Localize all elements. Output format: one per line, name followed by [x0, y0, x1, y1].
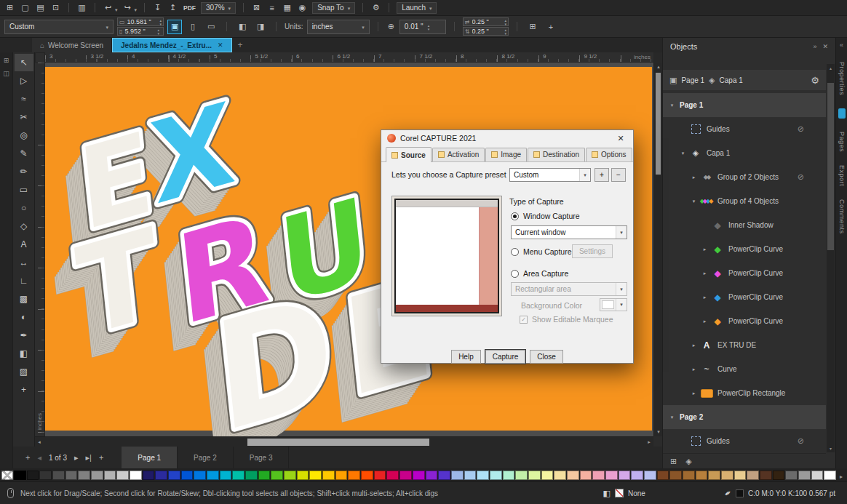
color-swatch[interactable]	[232, 471, 244, 480]
show-grid-icon[interactable]: ▦	[280, 1, 294, 14]
launch-combo[interactable]: Launch	[397, 2, 437, 14]
color-swatch[interactable]	[734, 471, 747, 480]
options-gear-icon[interactable]: ⚙	[369, 1, 383, 14]
expander-icon[interactable]: ▸	[689, 391, 699, 396]
document-tab-active[interactable]: Jedalns Mendez_-_Extru...✕	[112, 38, 232, 52]
expander-icon[interactable]: ▸	[689, 175, 699, 180]
docker-tab-comments[interactable]: Comments	[838, 199, 846, 234]
expander-icon[interactable]: ▸	[700, 295, 709, 300]
color-swatch[interactable]	[773, 471, 785, 480]
previous-page-icon[interactable]: ◂	[33, 453, 45, 463]
color-swatch[interactable]	[605, 471, 618, 480]
eye-off-icon[interactable]: ⊘	[798, 172, 804, 182]
page-tab[interactable]: Page 3	[234, 447, 290, 468]
smart-fill-tool[interactable]: ▨	[15, 363, 33, 380]
rectangle-tool[interactable]: ▭	[15, 181, 33, 199]
objects-row-text[interactable]: ▸AEX TRU DE	[663, 333, 826, 357]
color-swatch[interactable]	[297, 471, 309, 480]
app-menu-icon[interactable]: ⊞	[3, 1, 17, 14]
color-swatch[interactable]	[747, 471, 759, 480]
window-capture-radio[interactable]: Window Capture	[511, 212, 580, 220]
scroll-left-icon[interactable]: ◂	[35, 437, 44, 447]
expander-icon[interactable]: ▸	[689, 343, 699, 348]
horizontal-ruler[interactable]: inches 33 1/244 1/255 1/266 1/277 1/288 …	[45, 52, 653, 63]
color-swatch[interactable]	[567, 471, 579, 480]
crop-tool[interactable]: ✂	[15, 108, 33, 126]
color-swatch[interactable]	[528, 471, 541, 480]
polygon-tool[interactable]: ◇	[15, 217, 33, 235]
objects-row-clip[interactable]: ▸◆PowerClip Curve	[663, 309, 826, 333]
color-swatch[interactable]	[27, 471, 39, 480]
interactive-fill-tool[interactable]: ◧	[15, 345, 33, 362]
page-height-field[interactable]: ▯ 5.952 "	[117, 27, 164, 36]
color-swatch[interactable]	[669, 471, 682, 480]
document-tab[interactable]: ⌂Welcome Screen	[32, 38, 112, 52]
close-icon[interactable]: ✕	[218, 41, 223, 49]
printer-off-icon[interactable]: ⊘	[798, 436, 804, 446]
page-width-field[interactable]: ▭ 10.581 "	[117, 17, 164, 26]
units-combo[interactable]: inches	[307, 20, 370, 34]
ellipse-tool[interactable]: ○	[15, 199, 33, 217]
color-swatch[interactable]	[65, 471, 78, 480]
dimension-tool[interactable]: ↔	[15, 254, 33, 271]
add-page-end-button[interactable]: +	[95, 453, 107, 462]
new-document-tab-button[interactable]: +	[232, 38, 249, 52]
color-swatch[interactable]	[104, 471, 116, 480]
color-swatch[interactable]	[760, 471, 772, 480]
color-swatch[interactable]	[541, 471, 554, 480]
area-capture-radio[interactable]: Area Capture	[511, 269, 568, 278]
color-swatch[interactable]	[39, 471, 52, 480]
text-tool[interactable]: A	[15, 236, 33, 253]
docker-scroll-thumb[interactable]	[827, 83, 834, 250]
vertical-ruler[interactable]: inches	[35, 63, 45, 436]
dock-expand-icon[interactable]: »	[813, 43, 816, 50]
color-swatch[interactable]	[426, 471, 438, 480]
new-document-icon[interactable]: ▢	[18, 1, 32, 14]
export-icon[interactable]: ↥	[166, 1, 180, 14]
page-size-preset-combo[interactable]: Custom	[4, 20, 114, 34]
print-icon[interactable]: ▥	[75, 1, 89, 14]
current-window-combo[interactable]: Current window	[511, 225, 627, 239]
objects-row-guides[interactable]: Guides⊘	[663, 117, 826, 141]
artistic-media-tool[interactable]: ✏	[15, 163, 33, 180]
close-button[interactable]: Close	[530, 350, 563, 364]
duplicate-y-field[interactable]: ⇅ 0.25 "	[463, 27, 509, 36]
color-swatch[interactable]	[824, 471, 836, 480]
all-pages-button[interactable]: ◨	[253, 20, 268, 34]
printer-off-icon[interactable]: ⊘	[798, 124, 804, 134]
duplicate-x-spinner[interactable]	[505, 18, 507, 25]
open-document-icon[interactable]: ▤	[33, 1, 47, 14]
expander-icon[interactable]: ▸	[700, 247, 709, 252]
last-page-icon[interactable]: ▸|	[82, 453, 95, 463]
color-swatch[interactable]	[91, 471, 103, 480]
color-swatch[interactable]	[258, 471, 271, 480]
color-swatch[interactable]	[644, 471, 656, 480]
color-swatch[interactable]	[438, 471, 450, 480]
show-editable-marquee-checkbox[interactable]: Show Editable Marquee	[520, 315, 613, 324]
area-type-combo[interactable]: Rectangular area	[511, 282, 627, 296]
add-control-button[interactable]: +	[544, 20, 558, 34]
expander-icon[interactable]: ▸	[689, 367, 699, 372]
help-button[interactable]: Help	[451, 350, 481, 364]
treat-as-filled-button[interactable]: ⊞	[525, 20, 540, 34]
menu-capture-radio[interactable]: Menu Capture	[511, 247, 572, 256]
expander-icon[interactable]: ▾	[689, 199, 699, 204]
objects-row-clip[interactable]: ▸◆PowerClip Curve	[663, 261, 826, 285]
scroll-right-icon[interactable]: ▸	[645, 437, 653, 447]
color-swatch[interactable]	[143, 471, 155, 480]
close-icon[interactable]: ✕	[822, 43, 828, 50]
color-swatch[interactable]	[811, 471, 824, 480]
remove-preset-button[interactable]: −	[611, 168, 626, 182]
page-size-toggle-button[interactable]: ▣	[167, 20, 182, 34]
docker-scrollbar[interactable]: ▴ ▾	[827, 64, 835, 452]
fill-indicator[interactable]: ◧ None	[603, 489, 645, 498]
width-spinner[interactable]	[160, 18, 162, 25]
shape-tool[interactable]: ▷	[15, 72, 33, 89]
capture-preset-combo[interactable]: Custom	[509, 168, 591, 182]
color-swatch[interactable]	[374, 471, 386, 480]
color-swatch[interactable]	[271, 471, 283, 480]
transparency-tool[interactable]: ◐	[15, 308, 33, 326]
capture-button[interactable]: Capture	[485, 350, 526, 364]
expander-icon[interactable]: ▸	[700, 319, 709, 324]
color-swatch[interactable]	[130, 471, 142, 480]
